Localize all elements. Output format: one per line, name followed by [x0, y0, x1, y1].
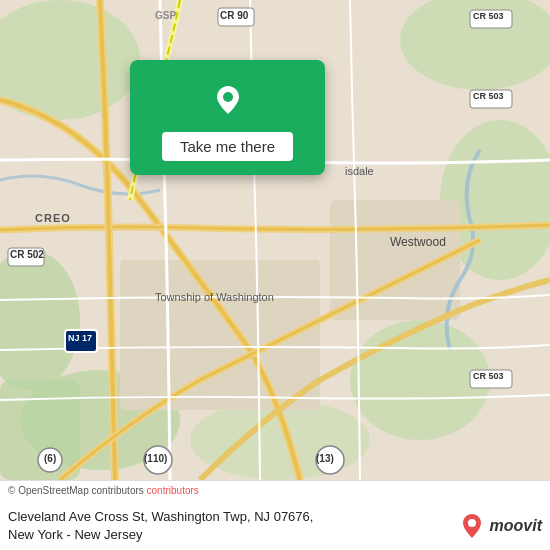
map-label-township: Township of Washington [155, 290, 274, 304]
map-label-cr502: CR 502 [10, 249, 44, 260]
svg-point-22 [223, 92, 233, 102]
map-container: CREO Township of Washington Westwood isd… [0, 0, 550, 480]
moovit-label: moovit [490, 517, 542, 535]
osm-contributors-link[interactable]: contributors [147, 485, 199, 496]
map-label-westwood: Westwood [390, 235, 446, 249]
moovit-pin-icon [458, 512, 486, 540]
map-label-gsp: GSP [155, 10, 176, 21]
map-label-route6: (6) [44, 453, 56, 464]
map-label-route13: (13) [316, 453, 334, 464]
map-label-cr90: CR 90 [220, 10, 248, 21]
location-card: Take me there [130, 60, 325, 175]
svg-point-4 [350, 320, 490, 440]
map-label-route110: (110) [144, 453, 167, 464]
moovit-logo: moovit [458, 512, 542, 540]
location-pin-icon [206, 78, 250, 122]
take-me-there-button[interactable]: Take me there [162, 132, 293, 161]
map-label-cr503-right: CR 503 [473, 91, 504, 101]
svg-point-23 [468, 519, 476, 527]
address-text: Cleveland Ave Cross St, Washington Twp, … [8, 508, 450, 544]
footer: © OpenStreetMap contributors contributor… [0, 480, 550, 550]
map-label-cr503-bottom: CR 503 [473, 371, 504, 381]
address-row: Cleveland Ave Cross St, Washington Twp, … [8, 508, 542, 544]
map-label-nj17: NJ 17 [68, 333, 92, 343]
osm-credit: © OpenStreetMap contributors contributor… [8, 485, 542, 496]
map-label-isdale: isdale [345, 165, 374, 177]
map-label-cr503-top: CR 503 [473, 11, 504, 21]
map-label-creo: CREO [35, 212, 71, 224]
